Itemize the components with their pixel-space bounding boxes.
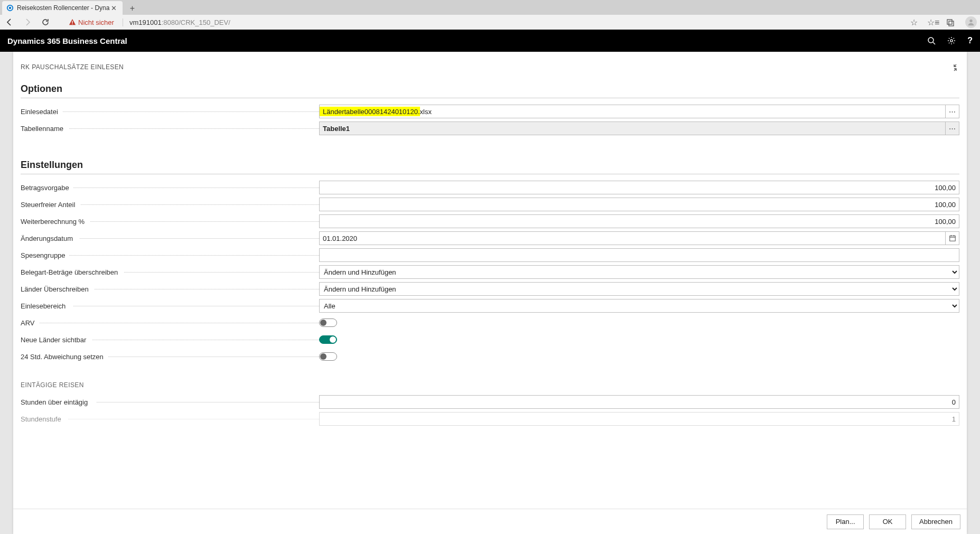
section-einstellungen: Einstellungen [21,152,959,174]
security-warning[interactable]: Nicht sicher [69,18,114,26]
svg-point-1 [9,7,11,9]
field-stundenstufe: Stundenstufe [21,411,959,427]
back-button[interactable] [3,16,16,29]
tab-title: Reisekosten Rollencenter - Dyna [17,4,109,12]
select-laender[interactable]: Ändern und Hinzufügen [319,282,959,296]
assist-einlesedatei[interactable]: ⋯ [946,105,959,118]
forward-button[interactable] [21,16,34,29]
subsection-eintaegig: EINTÄGIGE REISEN [21,364,959,389]
label-spesengruppe: Spesengruppe [21,251,319,259]
field-spesengruppe: Spesengruppe [21,247,959,263]
ok-button[interactable]: OK [869,514,906,529]
input-einlesedatei[interactable] [319,105,946,118]
select-belegart[interactable]: Ändern und Hinzufügen [319,265,959,279]
field-tabellenname: Tabellenname ⋯ [21,120,959,136]
field-belegart: Belegart-Beträge überschreiben Ändern un… [21,264,959,280]
label-aenderungsdatum: Änderungsdatum [21,235,319,242]
assist-tabellenname[interactable]: ⋯ [946,121,959,135]
svg-rect-2 [72,21,72,23]
tab-strip: Reisekosten Rollencenter - Dyna ✕ + [0,0,980,15]
address-url[interactable]: vm191001:8080/CRK_150_DEV/ [123,18,230,26]
field-neuelaender: Neue Länder sichtbar [21,332,959,348]
stage: Erfassung abgeschloss... Sachlich richti… [0,52,980,534]
page-footer: Plan... OK Abbrechen [13,509,967,534]
url-path: /CRK_150_DEV/ [179,18,230,26]
cancel-button[interactable]: Abbrechen [911,514,960,529]
field-laender: Länder Überschreiben Ändern und Hinzufüg… [21,281,959,297]
toggle-neuelaender[interactable] [319,335,337,344]
label-einlesedatei: Einlesedatei [21,108,319,116]
field-arv: ARV [21,315,959,331]
label-weiterberechnung: Weiterberechnung % [21,218,319,226]
label-einlesebereich: Einlesebereich [21,302,319,310]
svg-rect-3 [72,24,72,24]
app-title: Dynamics 365 Business Central [7,36,127,45]
label-steuerfreier: Steuerfreier Anteil [21,201,319,209]
svg-rect-10 [949,236,955,241]
page-header: RK PAUSCHALSÄTZE EINLESEN [13,52,967,76]
new-tab-button[interactable]: + [126,2,138,15]
app-bar: Dynamics 365 Business Central ? [0,30,980,52]
svg-line-8 [933,42,935,44]
tab-close-icon[interactable]: ✕ [109,4,118,12]
page-title: RK PAUSCHALSÄTZE EINLESEN [21,63,124,71]
label-stundenueber: Stunden über eintägig [21,398,319,406]
input-aenderungsdatum[interactable] [319,231,946,245]
plan-button[interactable]: Plan... [827,514,864,529]
input-spesengruppe[interactable] [319,248,959,262]
input-betragsvorgabe[interactable] [319,181,959,194]
reading-list-icon[interactable]: ☆≡ [927,17,939,27]
refresh-button[interactable] [39,16,52,29]
input-steuerfreier[interactable] [319,198,959,211]
url-host: vm191001 [129,18,162,26]
section-optionen: Optionen [21,76,959,98]
input-tabellenname[interactable] [319,121,946,135]
input-weiterberechnung[interactable] [319,214,959,228]
help-icon[interactable]: ? [967,36,973,45]
label-stundenstufe: Stundenstufe [21,415,319,423]
collections-icon[interactable] [946,18,958,26]
address-bar-row: Nicht sicher vm191001:8080/CRK_150_DEV/ … [0,15,980,30]
label-betragsvorgabe: Betragsvorgabe [21,184,319,192]
field-betragsvorgabe: Betragsvorgabe [21,180,959,195]
svg-rect-4 [947,20,952,24]
field-abweichung: 24 Std. Abweichung setzen [21,349,959,364]
request-page: RK PAUSCHALSÄTZE EINLESEN Optionen Einle… [13,52,967,534]
field-aenderungsdatum: Änderungsdatum [21,230,959,246]
svg-point-6 [969,20,972,22]
svg-point-7 [928,38,934,43]
field-weiterberechnung: Weiterberechnung % [21,213,959,229]
label-belegart: Belegart-Beträge überschreiben [21,268,319,276]
field-steuerfreier: Steuerfreier Anteil [21,196,959,212]
field-einlesedatei: Einlesedatei ⋯ [21,104,959,119]
toggle-abweichung[interactable] [319,352,337,361]
calendar-icon[interactable] [946,231,959,245]
settings-icon[interactable] [947,36,956,45]
input-stundenueber[interactable] [319,395,959,409]
scroll-area[interactable]: Optionen Einlesedatei ⋯ Tabellenname ⋯ E… [13,76,967,509]
label-laender: Länder Überschreiben [21,285,319,293]
svg-rect-5 [949,21,954,26]
url-port: :8080 [162,18,179,26]
favorite-icon[interactable]: ☆ [908,17,920,27]
label-tabellenname: Tabellenname [21,125,319,133]
browser-chrome: Reisekosten Rollencenter - Dyna ✕ + Nich… [0,0,980,30]
tab-favicon [6,4,14,12]
label-abweichung: 24 Std. Abweichung setzen [21,353,319,361]
security-warning-text: Nicht sicher [78,18,114,26]
svg-point-9 [950,40,953,42]
label-arv: ARV [21,319,319,327]
field-einlesebereich: Einlesebereich Alle [21,298,959,314]
field-stundenueber: Stunden über eintägig [21,394,959,410]
collapse-icon[interactable] [951,63,959,72]
select-einlesebereich[interactable]: Alle [319,299,959,313]
browser-tab[interactable]: Reisekosten Rollencenter - Dyna ✕ [2,1,123,15]
profile-avatar[interactable] [965,16,977,28]
label-neuelaender: Neue Länder sichtbar [21,336,319,344]
toggle-arv[interactable] [319,318,337,327]
input-stundenstufe[interactable] [319,412,959,426]
search-icon[interactable] [927,36,936,45]
